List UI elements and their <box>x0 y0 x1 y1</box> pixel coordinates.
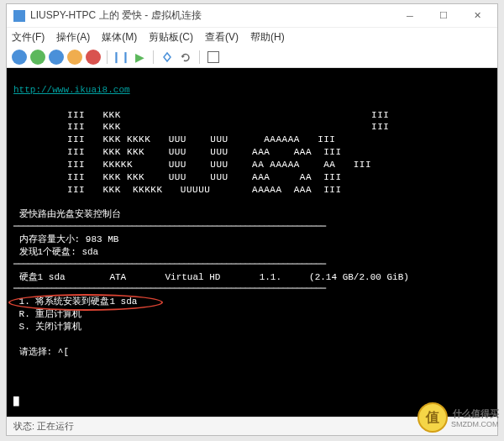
ascii-art-line: III KKK KKKKK UUUUU AAAAA AAA III <box>13 185 342 195</box>
status-label: 状态: <box>13 420 34 433</box>
menu-action[interactable]: 操作(A) <box>56 30 90 45</box>
disk-info-row: 硬盘1 sda ATA Virtual HD 1.1. (2.14 GB/2.0… <box>13 272 409 282</box>
separator-line: ━━━━━━━━━━━━━━━━━━━━━━━━━━━━━━━━━━━━━━━━… <box>13 222 325 232</box>
toolbar-separator <box>199 50 200 64</box>
separator-line: ━━━━━━━━━━━━━━━━━━━━━━━━━━━━━━━━━━━━━━━━… <box>13 284 325 294</box>
menu-media[interactable]: 媒体(M) <box>102 30 137 45</box>
ascii-art-line: III KKK III <box>13 122 389 132</box>
ascii-art-line: III KKKKK UUU UUU AA AAAAA AA III <box>13 160 371 170</box>
enhanced-session-icon[interactable] <box>206 50 221 65</box>
ascii-art-line: III KKK III <box>13 110 389 120</box>
console-url: http://www.ikuai8.com <box>13 85 130 95</box>
toolbar-start-icon[interactable] <box>30 50 45 65</box>
watermark-text: 什么值得买 <box>453 407 499 420</box>
menu-help[interactable]: 帮助(H) <box>250 30 285 45</box>
menubar: 文件(F) 操作(A) 媒体(M) 剪贴板(C) 查看(V) 帮助(H) <box>7 28 497 46</box>
menu-file[interactable]: 文件(F) <box>12 30 45 45</box>
status-value: 正在运行 <box>37 420 74 433</box>
menu-option-shutdown[interactable]: S. 关闭计算机 <box>13 322 81 332</box>
disk-found: 发现1个硬盘: sda <box>13 247 98 257</box>
toolbar-shutdown-icon[interactable] <box>67 50 82 65</box>
play-icon[interactable]: ▶ <box>132 50 147 65</box>
cursor: █ <box>13 396 19 407</box>
vm-console[interactable]: http://www.ikuai8.com III KKK III III KK… <box>7 68 497 417</box>
watermark: 值 什么值得买 SMZDM.COM <box>417 402 499 433</box>
toolbar-ctrl-alt-del-icon[interactable] <box>12 50 27 65</box>
toolbar-turnoff-icon[interactable] <box>49 50 64 65</box>
console-heading: 爱快路由光盘安装控制台 <box>13 209 121 219</box>
memory-info: 内存容量大小: 983 MB <box>13 234 118 244</box>
menu-clipboard[interactable]: 剪贴板(C) <box>149 30 193 45</box>
toolbar-save-icon[interactable] <box>86 50 101 65</box>
toolbar: ❙❙ ▶ <box>7 46 497 68</box>
checkpoint-icon[interactable] <box>160 50 175 65</box>
ascii-art-line: III KKK KKK UUU UUU AAA AA III <box>13 172 342 182</box>
minimize-button[interactable]: ─ <box>396 8 423 24</box>
menu-option-reboot[interactable]: R. 重启计算机 <box>13 309 81 319</box>
toolbar-separator <box>107 50 108 64</box>
watermark-badge-icon: 值 <box>417 402 448 433</box>
close-button[interactable]: ✕ <box>464 8 491 24</box>
menu-view[interactable]: 查看(V) <box>205 30 239 45</box>
menu-option-install[interactable]: 1. 将系统安装到硬盘1 sda <box>13 296 137 308</box>
window-title: LIUSPY-HTPC 上的 爱快 - 虚拟机连接 <box>30 8 396 23</box>
maximize-button[interactable]: ☐ <box>430 8 457 24</box>
ascii-art-line: III KKK KKKK UUU UUU AAAAAA III <box>13 134 335 144</box>
ascii-art-line: III KKK KKK UUU UUU AAA AAA III <box>13 147 342 157</box>
window-titlebar: LIUSPY-HTPC 上的 爱快 - 虚拟机连接 ─ ☐ ✕ <box>7 4 497 28</box>
revert-icon[interactable] <box>178 50 193 65</box>
watermark-subtext: SMZDM.COM <box>451 420 499 428</box>
input-prompt[interactable]: 请选择: ^[ <box>13 347 69 357</box>
toolbar-separator <box>153 50 154 64</box>
separator-line: ━━━━━━━━━━━━━━━━━━━━━━━━━━━━━━━━━━━━━━━━… <box>13 260 325 270</box>
pause-icon[interactable]: ❙❙ <box>113 50 129 65</box>
app-icon <box>13 10 25 22</box>
